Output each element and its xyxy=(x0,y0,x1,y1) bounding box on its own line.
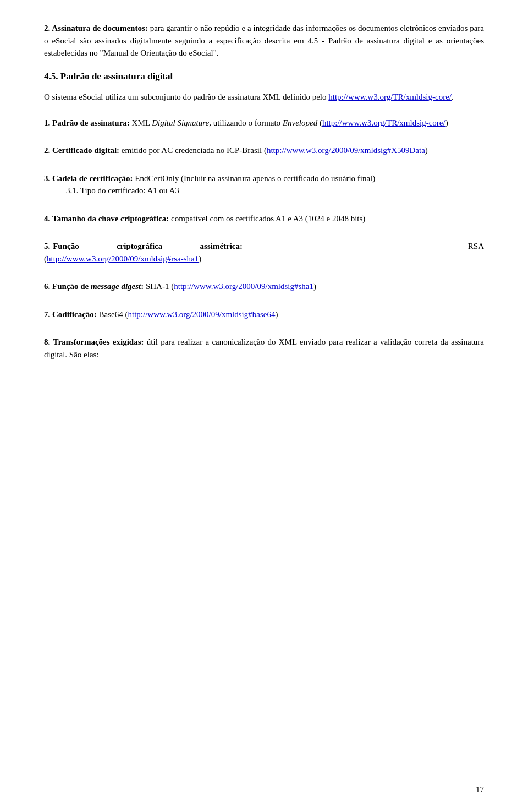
intro-text-before: O sistema eSocial utiliza um subconjunto… xyxy=(44,92,328,101)
section-intro-text: O sistema eSocial utiliza um subconjunto… xyxy=(44,91,484,103)
item-5-label: Função criptográfica assimétrica: xyxy=(53,242,243,250)
item-8-number: 8. xyxy=(44,337,50,346)
item-1-italic: Digital Signature xyxy=(152,118,209,127)
item-4-label: Tamanho da chave criptográfica: xyxy=(52,214,169,223)
item-6-label: Função de message digest: xyxy=(52,282,144,291)
intro-paragraph: 2. Assinatura de documentos: para garant… xyxy=(44,22,484,59)
page-number: 17 xyxy=(476,783,484,796)
intro-link[interactable]: http://www.w3.org/TR/xmldsig-core/ xyxy=(328,92,452,101)
section-45-heading: 4.5. Padrão de assinatura digital xyxy=(44,69,484,84)
item-5-text: Função criptográfica assimétrica: RSA (h… xyxy=(44,242,484,263)
section-number: 4.5. xyxy=(44,71,58,81)
item-6: 6. Função de message digest: SHA-1 (http… xyxy=(44,280,484,293)
item-4: 4. Tamanho da chave criptográfica: compa… xyxy=(44,212,484,225)
intro-text-end: . xyxy=(452,92,454,101)
intro-bold: 2. Assinatura de documentos: xyxy=(44,24,148,32)
item-5: 5. Função criptográfica assimétrica: RSA… xyxy=(44,240,484,265)
item-6-italic: message digest xyxy=(91,282,141,291)
item-1-number: 1. xyxy=(44,118,50,127)
item-3-1-text: Tipo do certificado: A1 ou A3 xyxy=(80,186,179,195)
item-7-text: Codificação: Base64 (http://www.w3.org/2… xyxy=(52,310,278,319)
page-number-text: 17 xyxy=(476,785,484,794)
item-6-text: Função de message digest: SHA-1 (http://… xyxy=(52,282,316,291)
item-8: 8. Transformações exigidas: útil para re… xyxy=(44,336,484,361)
item-3-1: 3.1. Tipo do certificado: A1 ou A3 xyxy=(66,184,484,197)
item-5-number: 5. xyxy=(44,242,50,250)
item-7-label: Codificação: xyxy=(52,310,97,319)
item-5-link[interactable]: http://www.w3.org/2000/09/xmldsig#rsa-sh… xyxy=(47,254,199,263)
item-4-number: 4. xyxy=(44,214,50,223)
item-1-label-bold: Padrão de assinatura: xyxy=(52,118,130,127)
item-1-italic2: Enveloped xyxy=(283,118,317,127)
item-1-label: Padrão de assinatura: XML Digital Signat… xyxy=(52,118,448,127)
item-7-link[interactable]: http://www.w3.org/2000/09/xmldsig#base64 xyxy=(128,310,275,319)
item-3: 3. Cadeia de certificação: EndCertOnly (… xyxy=(44,172,484,197)
item-8-text: Transformações exigidas: útil para reali… xyxy=(44,337,484,359)
item-2: 2. Certificado digital: emitido por AC c… xyxy=(44,144,484,157)
item-2-text: Certificado digital: emitido por AC cred… xyxy=(52,146,428,155)
item-2-label: Certificado digital: xyxy=(52,146,119,155)
item-3-label: Cadeia de certificação: xyxy=(52,174,133,183)
item-6-link[interactable]: http://www.w3.org/2000/09/xmldsig#sha1 xyxy=(174,282,314,291)
item-3-text: Cadeia de certificação: EndCertOnly (Inc… xyxy=(52,174,375,183)
intro-bold-text: Assinatura de documentos xyxy=(52,24,145,32)
section-45-block: 4.5. Padrão de assinatura digital O sist… xyxy=(44,69,484,103)
item-6-number: 6. xyxy=(44,282,50,291)
item-7: 7. Codificação: Base64 (http://www.w3.or… xyxy=(44,308,484,321)
item-2-number: 2. xyxy=(44,146,50,155)
item-1-link[interactable]: http://www.w3.org/TR/xmldsig-core/ xyxy=(322,118,446,127)
item-7-number: 7. xyxy=(44,310,50,319)
item-8-label: Transformações exigidas: xyxy=(53,337,144,346)
item-3-number: 3. xyxy=(44,174,50,183)
item-3-1-number: 3.1. xyxy=(66,186,79,195)
item-1: 1. Padrão de assinatura: XML Digital Sig… xyxy=(44,117,484,129)
item-2-link[interactable]: http://www.w3.org/2000/09/xmldsig#X509Da… xyxy=(267,146,425,155)
section-title: Padrão de assinatura digital xyxy=(61,71,173,81)
item-4-text: Tamanho da chave criptográfica: compatív… xyxy=(52,214,365,223)
